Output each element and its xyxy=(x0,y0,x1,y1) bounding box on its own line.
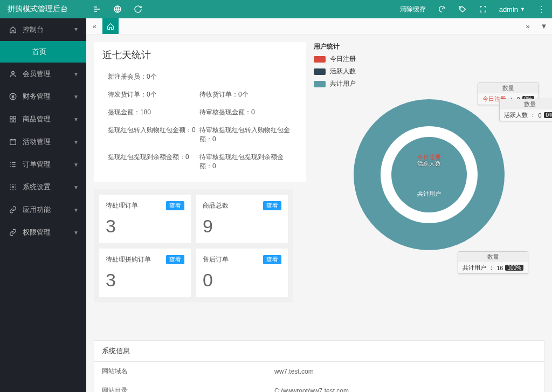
stat-cell: 待收货订单：0个 xyxy=(199,90,291,99)
stat-row: 待发货订单：0个待收货订单：0个 xyxy=(102,86,298,104)
nav-orders[interactable]: 订单管理 ▼ xyxy=(0,153,86,176)
nav-console[interactable]: 控制台 ▲ xyxy=(0,18,86,41)
link-icon xyxy=(8,206,18,214)
chevron-up-icon: ▲ xyxy=(73,27,79,33)
chevron-down-icon: ▼ xyxy=(520,6,525,12)
number-card-value: 0 xyxy=(203,270,281,291)
number-card-title: 待处理订单 xyxy=(106,201,138,210)
clear-cache-button[interactable]: 清除缓存 xyxy=(400,5,426,14)
globe-icon[interactable] xyxy=(113,5,122,13)
dashboard-icon[interactable] xyxy=(438,5,446,13)
stat-cell: 待发货订单：0个 xyxy=(108,90,199,99)
chevron-down-icon: ▼ xyxy=(73,116,79,122)
number-card: 售后订单 查看 0 xyxy=(196,249,288,297)
nav-perms[interactable]: 权限管理 ▼ xyxy=(0,221,86,244)
stat-row: 提现红包提现到余额金额：0待审核提现红包提现到余额金额：0 xyxy=(102,148,298,175)
nav: 控制台 ▲ 首页 会员管理 ▼ 财务管理 ▼ 商品管理 ▼ xyxy=(0,18,86,392)
svg-rect-3 xyxy=(13,116,16,119)
view-button[interactable]: 查看 xyxy=(166,255,184,264)
stat-row: 提现金额：180待审核提现金额：0 xyxy=(102,104,298,121)
sidebar: 拼购模式管理后台 控制台 ▲ 首页 会员管理 ▼ 财务管理 ▼ xyxy=(0,0,86,392)
svg-point-9 xyxy=(460,8,461,8)
nav-label: 订单管理 xyxy=(23,160,51,169)
chevron-down-icon: ▼ xyxy=(73,184,79,190)
table-row: 网站域名ww7.test.com xyxy=(94,362,544,381)
nav-label: 系统设置 xyxy=(23,182,51,192)
legend-item[interactable]: 今日注册 xyxy=(314,54,544,64)
number-card: 商品总数 查看 9 xyxy=(196,195,288,243)
number-card-title: 售后订单 xyxy=(203,255,229,264)
stat-row: 提现红包转入购物红包金额：0待审核提现红包转入购物红包金额：0 xyxy=(102,121,298,148)
stats-card: 近七天统计 新注册会员：0个待发货订单：0个待收货订单：0个提现金额：180待审… xyxy=(94,42,306,182)
view-button[interactable]: 查看 xyxy=(166,201,184,210)
number-card-value: 3 xyxy=(106,216,184,237)
table-row: 网站目录C:/wwwroot/ww7.test.com xyxy=(94,381,544,393)
svg-point-7 xyxy=(12,186,14,188)
number-card-value: 3 xyxy=(106,270,184,291)
more-icon[interactable]: ⋮ xyxy=(537,4,546,15)
view-button[interactable]: 查看 xyxy=(263,255,281,264)
stat-cell: 提现金额：180 xyxy=(108,108,199,117)
stat-cell: 提现红包转入购物红包金额：0 xyxy=(108,126,199,144)
nav-finance[interactable]: 财务管理 ▼ xyxy=(0,85,86,108)
tabs-menu-icon[interactable]: ▼ xyxy=(536,18,552,34)
svg-rect-2 xyxy=(10,116,12,119)
nav-activities[interactable]: 活动管理 ▼ xyxy=(0,130,86,153)
nav-label: 控制台 xyxy=(23,25,44,35)
legend-label: 今日注册 xyxy=(330,54,356,64)
tag-icon[interactable] xyxy=(458,5,467,13)
calendar-icon xyxy=(8,138,18,146)
tabs-next-icon[interactable]: » xyxy=(520,18,536,34)
list-icon xyxy=(8,161,18,168)
nav-app[interactable]: 应用功能 ▼ xyxy=(0,198,86,221)
nav-members[interactable]: 会员管理 ▼ xyxy=(0,63,86,85)
nav-label: 活动管理 xyxy=(23,137,51,147)
stat-cell: 提现红包提现到余额金额：0 xyxy=(108,153,199,171)
donut-label-total: 共计用户 xyxy=(354,190,505,198)
tabstrip: « » ▼ xyxy=(86,18,552,35)
svg-rect-6 xyxy=(10,140,16,145)
legend-label: 共计用户 xyxy=(330,79,356,88)
chart-panel: 用户统计 今日注册活跃人数共计用户 今日注册 活跃人数 共计用户 xyxy=(314,42,544,279)
stat-cell: 待审核提现红包转入购物红包金额：0 xyxy=(199,126,291,144)
chevron-down-icon: ▼ xyxy=(73,230,79,236)
legend-swatch xyxy=(314,68,326,75)
chevron-down-icon: ▼ xyxy=(73,94,79,100)
nav-settings[interactable]: 系统设置 ▼ xyxy=(0,176,86,198)
menu-toggle-icon[interactable] xyxy=(93,5,101,13)
refresh-icon[interactable] xyxy=(134,5,142,13)
nav-label: 应用功能 xyxy=(23,205,51,215)
nav-label: 会员管理 xyxy=(23,69,51,79)
legend-swatch xyxy=(314,81,326,87)
home-icon xyxy=(107,23,114,30)
system-info-table: 网站域名ww7.test.com网站目录C:/wwwroot/ww7.test.… xyxy=(94,362,544,392)
donut-chart: 今日注册 活跃人数 共计用户 xyxy=(354,99,505,250)
chevron-down-icon: ▼ xyxy=(73,139,79,145)
nav-label: 权限管理 xyxy=(23,228,51,237)
chart-title: 用户统计 xyxy=(314,42,544,51)
number-card: 待处理订单 查看 3 xyxy=(99,195,191,243)
nav-label: 财务管理 xyxy=(23,92,51,101)
stat-cell: 新注册会员：0个 xyxy=(108,72,199,81)
tabs-prev-icon[interactable]: « xyxy=(86,18,102,34)
nav-products[interactable]: 商品管理 ▼ xyxy=(0,108,86,130)
legend-item[interactable]: 活跃人数 xyxy=(314,67,544,76)
nav-sub: 首页 xyxy=(0,41,86,63)
chart-tooltip-active: 数量 活跃人数：0 0% xyxy=(499,99,552,121)
user-menu[interactable]: admin ▼ xyxy=(499,5,525,13)
gear-icon xyxy=(8,183,18,191)
view-button[interactable]: 查看 xyxy=(263,201,281,210)
fullscreen-icon[interactable] xyxy=(479,5,487,13)
sys-key: 网站目录 xyxy=(94,381,267,393)
nav-label: 商品管理 xyxy=(23,114,51,124)
number-card-title: 待处理拼购订单 xyxy=(106,255,151,264)
chart-tooltip-total: 数量 共计用户：16 100% xyxy=(458,251,528,274)
stat-row: 新注册会员：0个 xyxy=(102,68,298,86)
stat-cell: 待审核提现红包提现到余额金额：0 xyxy=(199,153,291,171)
tab-home[interactable] xyxy=(102,18,119,34)
stat-cell: 待审核提现金额：0 xyxy=(199,108,291,117)
nav-home[interactable]: 首页 xyxy=(0,41,86,63)
grid-icon xyxy=(8,115,18,123)
svg-rect-5 xyxy=(13,120,16,122)
content: 近七天统计 新注册会员：0个待发货订单：0个待收货订单：0个提现金额：180待审… xyxy=(86,35,552,392)
